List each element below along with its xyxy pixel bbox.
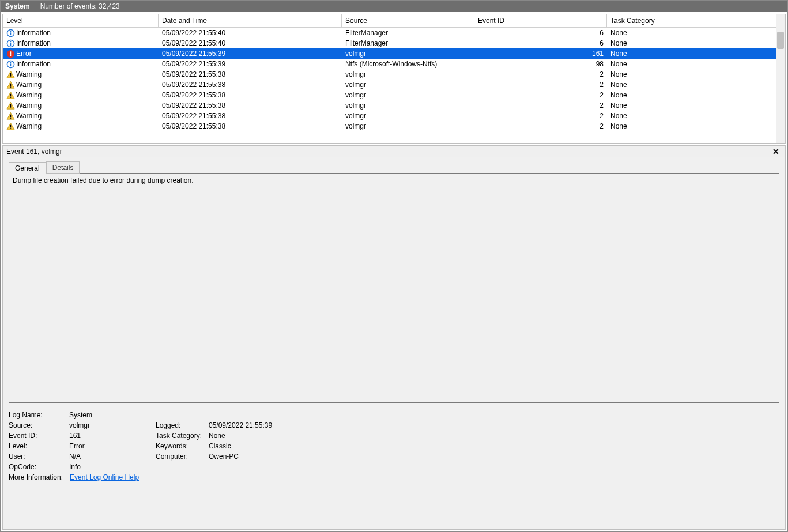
row-level-text: Information	[16, 60, 51, 68]
svg-rect-7	[10, 51, 12, 55]
scrollbar[interactable]	[776, 14, 785, 143]
row-level-text: Warning	[16, 91, 42, 99]
row-level-text: Information	[16, 29, 51, 37]
warning-icon	[6, 112, 15, 120]
column-header-datetime[interactable]: Date and Time	[159, 14, 342, 27]
row-source: volmgr	[342, 122, 474, 130]
table-row[interactable]: Warning05/09/2022 21:55:38volmgr2None	[3, 69, 785, 80]
grid-body[interactable]: Information05/09/2022 21:55:40FilterMana…	[3, 28, 785, 143]
svg-rect-16	[10, 83, 12, 86]
row-task-category: None	[607, 70, 785, 78]
row-event-id: 98	[474, 60, 607, 68]
tab-general[interactable]: General	[9, 162, 46, 175]
lbl-logged: Logged:	[156, 421, 209, 429]
val-event-id: 161	[69, 432, 156, 440]
lbl-level: Level:	[9, 442, 69, 450]
svg-rect-5	[10, 41, 12, 42]
lbl-log-name: Log Name:	[9, 411, 69, 419]
row-task-category: None	[607, 122, 785, 130]
more-information: More Information: Event Log Online Help	[9, 473, 779, 481]
tab-body: Dump file creation failed due to error d…	[9, 173, 779, 523]
row-datetime: 05/09/2022 21:55:39	[159, 60, 342, 68]
row-source: volmgr	[342, 91, 474, 99]
row-task-category: None	[607, 91, 785, 99]
table-row[interactable]: Warning05/09/2022 21:55:38volmgr2None	[3, 80, 785, 90]
row-datetime: 05/09/2022 21:55:38	[159, 81, 342, 89]
lbl-more-info: More Information:	[9, 473, 63, 481]
detail-title: Event 161, volmgr	[6, 148, 62, 156]
row-source: volmgr	[342, 101, 474, 110]
warning-icon	[6, 101, 15, 110]
row-datetime: 05/09/2022 21:55:38	[159, 91, 342, 99]
lbl-user: User:	[9, 452, 69, 461]
row-source: volmgr	[342, 70, 474, 78]
error-icon	[6, 50, 15, 58]
row-task-category: None	[607, 81, 785, 89]
table-row[interactable]: Warning05/09/2022 21:55:38volmgr2None	[3, 111, 785, 121]
table-row[interactable]: Error05/09/2022 21:55:39volmgr161None	[3, 48, 785, 59]
warning-icon	[6, 122, 15, 131]
svg-rect-20	[10, 97, 12, 98]
svg-rect-26	[10, 118, 12, 119]
row-event-id: 6	[474, 39, 607, 47]
val-task-category: None	[209, 432, 393, 440]
row-task-category: None	[607, 60, 785, 68]
svg-rect-10	[10, 63, 12, 66]
svg-rect-2	[10, 31, 12, 32]
events-grid: Level Date and Time Source Event ID Task…	[2, 14, 786, 144]
event-properties: Log Name: System Source: volmgr Logged: …	[9, 411, 779, 471]
lbl-event-id: Event ID:	[9, 432, 69, 440]
row-event-id: 6	[474, 29, 607, 37]
row-source: volmgr	[342, 50, 474, 58]
svg-rect-4	[10, 43, 12, 46]
grid-header: Level Date and Time Source Event ID Task…	[3, 14, 785, 28]
table-row[interactable]: Warning05/09/2022 21:55:38volmgr2None	[3, 90, 785, 100]
row-source: volmgr	[342, 81, 474, 89]
row-level-text: Warning	[16, 81, 42, 89]
row-event-id: 2	[474, 81, 607, 89]
val-log-name: System	[69, 411, 156, 419]
svg-rect-13	[10, 73, 12, 76]
close-icon[interactable]: ✕	[770, 147, 782, 156]
svg-rect-23	[10, 107, 12, 108]
information-icon	[6, 60, 15, 69]
row-datetime: 05/09/2022 21:55:39	[159, 50, 342, 58]
table-row[interactable]: Warning05/09/2022 21:55:38volmgr2None	[3, 100, 785, 111]
row-level-text: Warning	[16, 101, 42, 110]
link-event-log-help[interactable]: Event Log Online Help	[70, 473, 139, 481]
val-keywords: Classic	[209, 442, 393, 450]
titlebar-title: System	[5, 2, 30, 10]
column-header-eventid[interactable]: Event ID	[474, 14, 607, 27]
row-source: FilterManager	[342, 29, 474, 37]
information-icon	[6, 39, 15, 48]
row-event-id: 2	[474, 122, 607, 130]
row-event-id: 2	[474, 112, 607, 120]
scrollbar-thumb[interactable]	[777, 32, 784, 49]
column-header-source[interactable]: Source	[342, 14, 474, 27]
row-datetime: 05/09/2022 21:55:38	[159, 101, 342, 110]
svg-rect-28	[10, 124, 12, 127]
svg-rect-8	[10, 55, 12, 56]
row-task-category: None	[607, 29, 785, 37]
row-task-category: None	[607, 39, 785, 47]
val-level: Error	[69, 442, 156, 450]
val-opcode: Info	[69, 463, 156, 471]
row-source: volmgr	[342, 112, 474, 120]
val-computer: Owen-PC	[209, 452, 393, 461]
table-row[interactable]: Information05/09/2022 21:55:39Ntfs (Micr…	[3, 59, 785, 69]
tab-details[interactable]: Details	[46, 161, 80, 174]
row-event-id: 2	[474, 70, 607, 78]
svg-rect-29	[10, 128, 12, 129]
table-row[interactable]: Warning05/09/2022 21:55:38volmgr2None	[3, 121, 785, 131]
lbl-computer: Computer:	[156, 452, 209, 461]
tab-strip: General Details	[3, 157, 785, 173]
row-datetime: 05/09/2022 21:55:40	[159, 29, 342, 37]
row-source: FilterManager	[342, 39, 474, 47]
row-task-category: None	[607, 50, 785, 58]
table-row[interactable]: Information05/09/2022 21:55:40FilterMana…	[3, 28, 785, 38]
column-header-taskcat[interactable]: Task Category	[607, 14, 785, 27]
row-level-text: Error	[16, 50, 32, 58]
table-row[interactable]: Information05/09/2022 21:55:40FilterMana…	[3, 38, 785, 48]
warning-icon	[6, 91, 15, 100]
column-header-level[interactable]: Level	[3, 14, 159, 27]
